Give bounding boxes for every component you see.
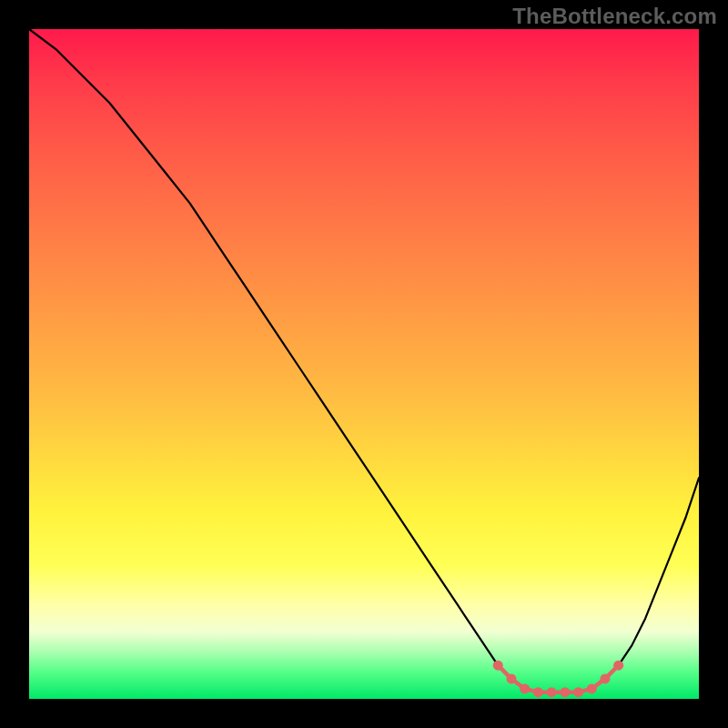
- curve-layer: [29, 29, 699, 699]
- plot-area: [29, 29, 699, 699]
- watermark-text: TheBottleneck.com: [512, 4, 717, 29]
- chart-frame: TheBottleneck.com: [0, 0, 728, 728]
- bottleneck-curve: [29, 29, 699, 693]
